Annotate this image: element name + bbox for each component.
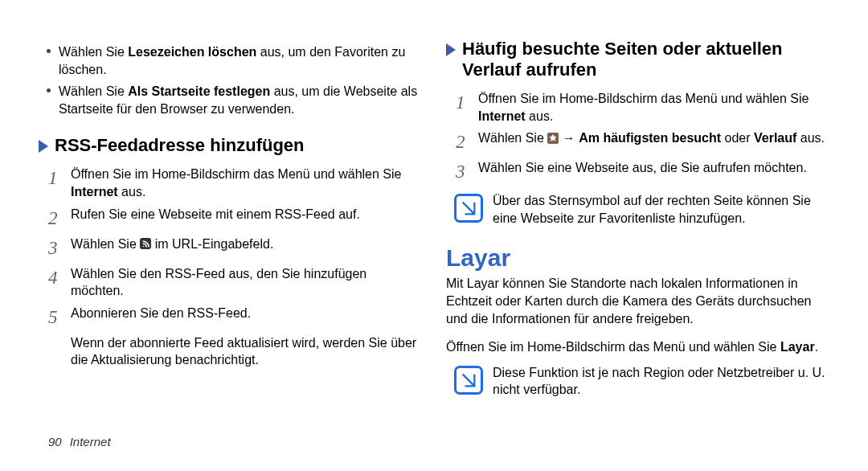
subheading-history: Häufig besuchte Seiten oder aktuellen Ve… xyxy=(446,39,829,80)
note-block: Über das Sternsymbol auf der rechten Sei… xyxy=(454,192,829,227)
left-column: Wählen Sie Lesezeichen löschen aus, um d… xyxy=(39,39,422,399)
section-title-layar: Layar xyxy=(446,244,829,272)
subheading-text: RSS-Feedadresse hinzufügen xyxy=(55,135,305,156)
bullet-item: Wählen Sie Lesezeichen löschen aus, um d… xyxy=(39,43,422,78)
subheading-rss: RSS-Feedadresse hinzufügen xyxy=(39,135,422,156)
bookmark-icon xyxy=(547,133,559,144)
note-icon xyxy=(454,366,483,395)
step-number: 2 xyxy=(456,129,478,154)
bullet-item: Wählen Sie Als Startseite festlegen aus,… xyxy=(39,83,422,117)
note-icon xyxy=(454,194,483,223)
manual-page: Wählen Sie Lesezeichen löschen aus, um d… xyxy=(0,0,868,399)
step-row: 5 Abonnieren Sie den RSS-Feed. xyxy=(39,305,422,330)
step-number: 1 xyxy=(456,90,478,115)
page-footer: 90 Internet xyxy=(48,435,111,448)
step-row: 2 Rufen Sie eine Webseite mit einem RSS-… xyxy=(39,206,422,231)
step-text: Wählen Sie im URL-Eingabefeld. xyxy=(71,236,422,253)
step-row: 4 Wählen Sie den RSS-Feed aus, den Sie h… xyxy=(39,265,422,300)
step-number: 1 xyxy=(48,166,71,190)
chevron-right-icon xyxy=(39,140,48,153)
step-text: Öffnen Sie im Home-Bildschirm das Menü u… xyxy=(71,166,422,200)
step-text: Öffnen Sie im Home-Bildschirm das Menü u… xyxy=(478,90,829,125)
chevron-right-icon xyxy=(446,43,456,56)
step-row: 2 Wählen Sie → Am häufigsten besucht ode… xyxy=(446,129,829,154)
footer-section: Internet xyxy=(70,435,111,448)
step-row: 1 Öffnen Sie im Home-Bildschirm das Menü… xyxy=(39,166,422,200)
page-number: 90 xyxy=(48,435,62,448)
bullet-text: Wählen Sie Als Startseite festlegen aus,… xyxy=(59,83,422,117)
step-number: 4 xyxy=(48,265,71,290)
step-number: 2 xyxy=(48,206,71,231)
bullet-dot-icon xyxy=(47,88,51,92)
section-open-instruction: Öffnen Sie im Home-Bildschirm das Menü u… xyxy=(446,338,829,356)
step-text: Wählen Sie eine Webseite aus, die Sie au… xyxy=(478,159,829,177)
rss-icon xyxy=(140,238,151,249)
step-text: Rufen Sie eine Webseite mit einem RSS-Fe… xyxy=(71,206,422,223)
bullet-dot-icon xyxy=(47,49,51,53)
step-number: 3 xyxy=(456,159,478,184)
subheading-text: Häufig besuchte Seiten oder aktuellen Ve… xyxy=(462,39,829,80)
step-number: 3 xyxy=(48,236,71,260)
step-row: 3 Wählen Sie im URL-Eingabefeld. xyxy=(39,236,422,260)
note-block: Diese Funktion ist je nach Region oder N… xyxy=(454,364,829,399)
bullet-text: Wählen Sie Lesezeichen löschen aus, um d… xyxy=(59,43,422,78)
right-column: Häufig besuchte Seiten oder aktuellen Ve… xyxy=(446,39,829,399)
paragraph: Wenn der abonnierte Feed aktualisiert wi… xyxy=(71,334,422,369)
step-number: 5 xyxy=(48,305,71,330)
step-text: Wählen Sie → Am häufigsten besucht oder … xyxy=(478,129,829,147)
section-description: Mit Layar können Sie Standorte nach loka… xyxy=(446,275,829,327)
step-row: 1 Öffnen Sie im Home-Bildschirm das Menü… xyxy=(446,90,829,125)
step-text: Wählen Sie den RSS-Feed aus, den Sie hin… xyxy=(71,265,422,300)
step-text: Abonnieren Sie den RSS-Feed. xyxy=(71,305,422,322)
step-row: 3 Wählen Sie eine Webseite aus, die Sie … xyxy=(446,159,829,184)
note-text: Diese Funktion ist je nach Region oder N… xyxy=(493,364,829,399)
note-text: Über das Sternsymbol auf der rechten Sei… xyxy=(493,192,829,227)
